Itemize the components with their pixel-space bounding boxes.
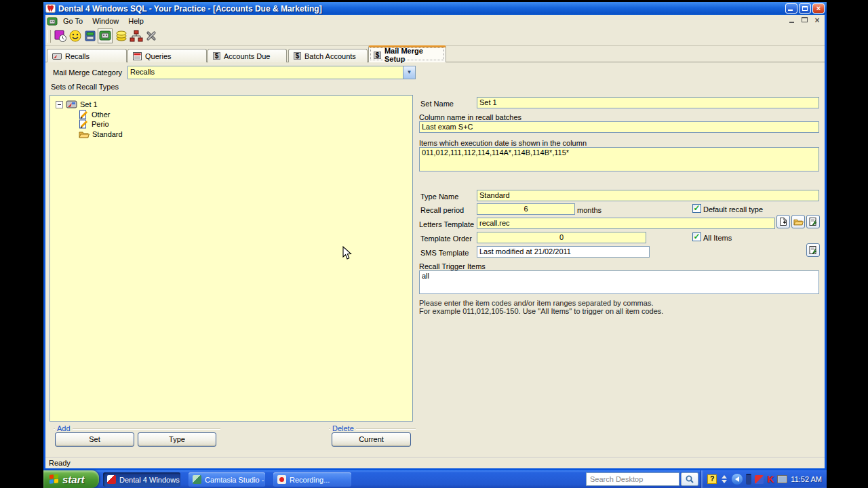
task-camtasia[interactable]: Camtasia Studio - Unt... xyxy=(189,472,265,487)
hide-tray-icons-button[interactable] xyxy=(732,474,743,485)
battery-tray-icon[interactable] xyxy=(746,474,751,485)
title-bar[interactable]: Dental 4 Windows SQL - Your Practice - [… xyxy=(43,2,827,15)
recall-type-edit-icon xyxy=(79,119,89,129)
new-document-icon xyxy=(778,217,788,226)
tree-collapse-icon[interactable] xyxy=(56,101,63,108)
new-template-button[interactable] xyxy=(776,215,790,228)
search-desktop-input[interactable]: Search Desktop xyxy=(586,472,679,486)
tab-label: Batch Accounts xyxy=(304,52,356,60)
items-exec-input[interactable]: 011,012,111,112,114,114A*,114B,114B*,115… xyxy=(419,147,819,171)
column-name-label: Column name in recall batches xyxy=(419,113,521,121)
recalls-tab-icon xyxy=(52,52,62,60)
document-assign-icon xyxy=(808,245,818,255)
add-set-button[interactable]: Set xyxy=(55,432,134,447)
menu-help[interactable]: Help xyxy=(124,16,148,26)
mdi-minimize-button[interactable] xyxy=(788,16,797,24)
tab-batch-accounts[interactable]: $ Batch Accounts xyxy=(288,49,368,62)
combo-dropdown-button[interactable]: ▾ xyxy=(403,66,415,79)
minimize-button[interactable] xyxy=(785,3,797,14)
open-template-button[interactable] xyxy=(791,215,805,228)
set-name-input[interactable]: Set 1 xyxy=(477,97,819,108)
mdi-close-button[interactable]: × xyxy=(812,16,822,24)
all-items-checkbox[interactable]: ✓ xyxy=(692,232,701,241)
open-folder-icon xyxy=(793,218,804,226)
letters-template-input[interactable]: recall.rec xyxy=(477,218,775,229)
app-logo-icon xyxy=(45,3,56,14)
start-button[interactable]: start xyxy=(43,470,99,488)
task-label: Recording... xyxy=(290,476,330,484)
taskbar-clock: 11:52 AM xyxy=(791,475,822,483)
chevron-left-icon xyxy=(735,476,739,482)
mail-merge-category-label: Mail Merge Category xyxy=(53,68,122,77)
task-recording[interactable]: Recording... xyxy=(273,472,351,487)
tree-node-set1[interactable]: Set 1 xyxy=(56,99,98,110)
system-tray: ? K 11:52 AM xyxy=(701,470,827,488)
assign-sms-template-button[interactable] xyxy=(806,243,820,257)
tab-mail-merge-setup[interactable]: $ Mail Merge Setup xyxy=(368,45,446,62)
sms-template-input[interactable]: Last modified at 21/02/2011 xyxy=(477,246,650,258)
add-type-button[interactable]: Type xyxy=(138,432,216,447)
assign-template-button[interactable] xyxy=(806,215,820,228)
tab-label: Recalls xyxy=(65,52,90,60)
close-icon: × xyxy=(816,4,821,12)
mdi-child-icon xyxy=(47,16,58,26)
menu-goto[interactable]: Go To xyxy=(59,16,87,26)
sync-arrows-icon[interactable] xyxy=(720,474,728,484)
recall-trigger-input[interactable]: all xyxy=(419,270,819,294)
volume-tray-icon[interactable] xyxy=(755,475,764,484)
help-tray-icon[interactable]: ? xyxy=(707,474,717,484)
task-label: Camtasia Studio - Unt... xyxy=(205,476,265,484)
accounts-icon[interactable] xyxy=(115,29,128,43)
tree-node-label[interactable]: Perio xyxy=(92,120,109,128)
recording-icon xyxy=(277,475,286,484)
organisation-chart-icon[interactable] xyxy=(130,29,143,43)
tree-node-label[interactable]: Other xyxy=(92,110,111,119)
dental-app-icon xyxy=(107,475,116,484)
check-icon: ✓ xyxy=(693,203,700,213)
mdi-restore-button[interactable] xyxy=(800,16,810,24)
recall-period-label: Recall period xyxy=(420,206,464,214)
mail-merge-category-select[interactable]: Recalls ▾ xyxy=(127,66,416,79)
tab-accounts-due[interactable]: $ Accounts Due xyxy=(208,49,287,62)
recall-type-edit-icon xyxy=(79,110,89,119)
close-button[interactable]: × xyxy=(812,3,825,14)
tab-recalls[interactable]: Recalls xyxy=(47,49,127,62)
task-dental[interactable]: Dental 4 Windows SQ... xyxy=(103,472,180,487)
display-tray-icon[interactable] xyxy=(777,475,787,483)
column-name-input[interactable]: Last exam S+C xyxy=(419,121,819,133)
menu-window[interactable]: Window xyxy=(88,16,123,26)
menu-bar: Go To Window Help xyxy=(45,15,825,28)
mdi-restore-icon xyxy=(802,17,808,22)
start-label: start xyxy=(62,474,85,485)
tree-node-perio[interactable]: Perio xyxy=(79,119,109,129)
tree-node-label[interactable]: Standard xyxy=(92,130,123,138)
queries-tab-icon xyxy=(133,52,142,60)
set-name-label: Set Name xyxy=(420,100,454,108)
tab-queries[interactable]: Queries xyxy=(127,49,207,62)
restore-icon xyxy=(802,6,808,11)
delete-current-button[interactable]: Current xyxy=(332,432,411,447)
utilities-icon[interactable] xyxy=(144,29,158,43)
toolbar-grip[interactable] xyxy=(47,30,51,43)
search-go-button[interactable] xyxy=(681,472,698,486)
recall-sets-tree[interactable]: Set 1 Other Perio xyxy=(50,95,413,422)
delete-group-label: Delete xyxy=(330,424,356,432)
treatments-icon[interactable] xyxy=(83,29,97,43)
restore-button[interactable] xyxy=(799,3,811,14)
default-recall-label: Default recall type xyxy=(703,205,763,214)
type-name-label: Type Name xyxy=(420,192,458,201)
type-name-input[interactable]: Standard xyxy=(477,190,819,201)
appointments-icon[interactable] xyxy=(54,29,67,43)
template-order-input[interactable]: 0 xyxy=(477,232,646,243)
sets-heading: Sets of Recall Types xyxy=(51,83,119,91)
default-recall-checkbox[interactable]: ✓ xyxy=(692,204,701,213)
tree-node-standard[interactable]: Standard xyxy=(79,129,123,140)
patients-icon[interactable] xyxy=(68,29,82,43)
antivirus-tray-icon[interactable]: K xyxy=(767,474,774,485)
recall-period-input[interactable]: 6 xyxy=(477,203,575,215)
tree-node-label[interactable]: Set 1 xyxy=(80,100,98,108)
tab-strip: Recalls Queries $ Accounts Due $ Batch A… xyxy=(45,45,825,62)
status-text: Ready xyxy=(49,459,71,467)
recalls-icon[interactable] xyxy=(98,28,113,43)
mail-merge-category-value: Recalls xyxy=(130,68,155,76)
